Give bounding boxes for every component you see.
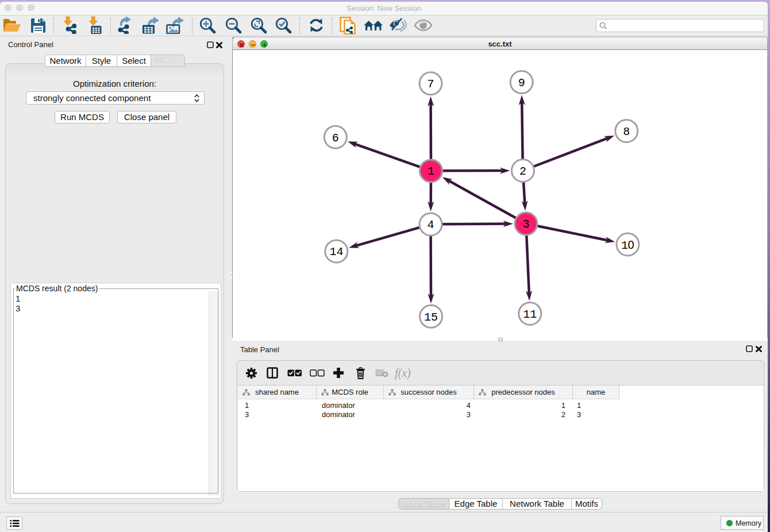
- svg-text:15: 15: [424, 311, 438, 324]
- svg-text:9: 9: [518, 76, 525, 90]
- svg-text:6: 6: [332, 132, 339, 145]
- svg-text:4: 4: [427, 218, 434, 232]
- svg-text:11: 11: [523, 308, 537, 321]
- svg-text:10: 10: [621, 238, 634, 252]
- svg-text:1: 1: [428, 165, 434, 178]
- svg-text:2: 2: [519, 165, 526, 178]
- svg-text:8: 8: [623, 125, 630, 138]
- svg-text:7: 7: [427, 78, 434, 91]
- svg-text:3: 3: [522, 218, 529, 231]
- svg-text:14: 14: [329, 245, 343, 259]
